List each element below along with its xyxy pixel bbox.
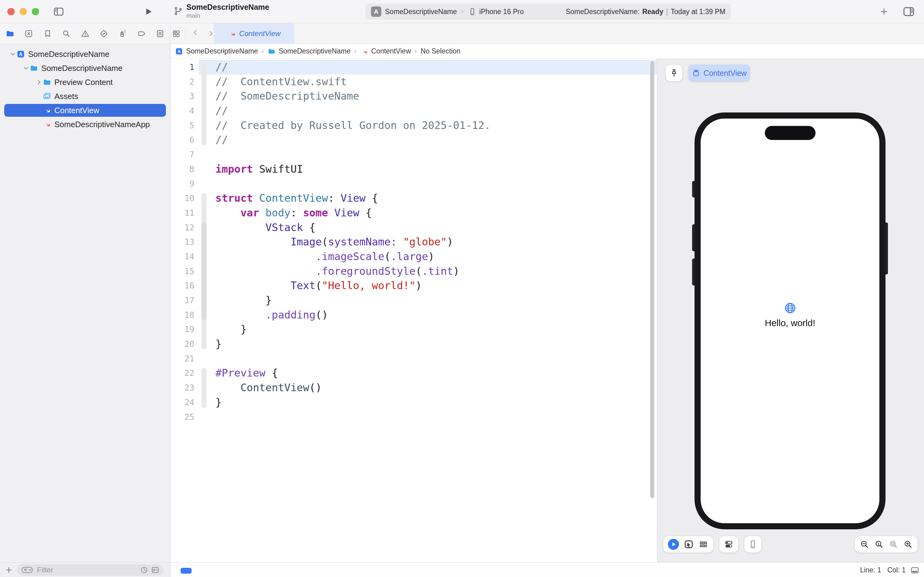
fold-ribbon[interactable] — [199, 89, 216, 103]
fold-ribbon[interactable] — [199, 308, 216, 322]
fold-ribbon[interactable] — [199, 74, 216, 89]
sidebar-item-preview-content[interactable]: Preview Content — [0, 75, 170, 89]
fold-ribbon[interactable] — [199, 235, 216, 249]
navigator-tab-source-control-navigator[interactable] — [24, 28, 34, 39]
debug-area-toggle-icon[interactable] — [910, 566, 920, 575]
fold-ribbon[interactable] — [199, 147, 216, 162]
zoom-in-icon[interactable] — [903, 539, 913, 549]
fold-ribbon[interactable] — [199, 337, 216, 351]
sidebar-item-somedescriptivename[interactable]: SomeDescriptiveName — [0, 47, 170, 61]
editor-options-icon[interactable] — [902, 5, 916, 18]
navigator-tab-report-navigator[interactable] — [155, 28, 165, 39]
line-number: 1 — [171, 60, 199, 74]
run-button[interactable] — [143, 7, 153, 16]
sidebar-item-contentview[interactable]: ContentView — [0, 103, 170, 118]
live-preview-button[interactable] — [668, 539, 679, 550]
project-navigator[interactable]: SomeDescriptiveNameSomeDescriptiveNamePr… — [0, 44, 171, 562]
zoom-window-button[interactable] — [32, 8, 39, 15]
device-icon — [468, 7, 477, 16]
device-settings-button[interactable] — [719, 536, 738, 553]
app-icon — [175, 47, 183, 55]
related-items-icon[interactable] — [171, 28, 182, 39]
fold-ribbon[interactable] — [199, 133, 216, 147]
selectable-mode-button[interactable] — [684, 539, 694, 550]
scheme-target[interactable]: SomeDescriptiveName — [385, 8, 457, 16]
scheme-title-block[interactable]: SomeDescriptiveName main — [173, 2, 269, 19]
navigator-tab-find-navigator[interactable] — [61, 28, 71, 39]
fold-ribbon[interactable] — [199, 366, 216, 380]
library-add-button[interactable] — [879, 7, 889, 16]
go-back-icon[interactable] — [192, 29, 201, 38]
fold-ribbon[interactable] — [199, 322, 216, 337]
fold-ribbon[interactable] — [199, 410, 216, 424]
scm-status-filter-icon[interactable] — [151, 566, 160, 575]
navigator-tab-issue-navigator[interactable] — [80, 28, 90, 39]
close-window-button[interactable] — [7, 8, 14, 15]
tab-contentview[interactable]: ContentView — [214, 23, 294, 44]
chevron-right-icon[interactable] — [35, 79, 43, 86]
fold-ribbon[interactable] — [199, 206, 216, 220]
line-indicator: Line: 1 — [860, 566, 881, 574]
editor-activity-capsule[interactable] — [180, 568, 192, 574]
activity-status-bar[interactable]: A SomeDescriptiveName › iPhone 16 Pro So… — [365, 4, 731, 19]
app-icon — [16, 50, 25, 58]
sidebar-item-somedescriptivenameapp[interactable]: SomeDescriptiveNameApp — [0, 118, 170, 131]
code-line: 5// Created by Russell Gordon on 2025-01… — [171, 118, 657, 133]
fold-ribbon[interactable] — [199, 279, 216, 293]
jumpbar-item-2[interactable]: ContentView — [360, 47, 411, 55]
jumpbar-item-0[interactable]: SomeDescriptiveName — [175, 47, 258, 55]
fold-ribbon[interactable] — [199, 264, 216, 279]
source-editor[interactable]: 1//2// ContentView.swift3// SomeDescript… — [171, 59, 657, 562]
fold-ribbon[interactable] — [199, 380, 216, 395]
preview-device-button[interactable] — [744, 536, 761, 553]
fold-ribbon[interactable] — [199, 351, 216, 366]
variants-mode-button[interactable] — [698, 539, 708, 550]
navigator-tab-breakpoint-navigator[interactable] — [136, 28, 146, 39]
fold-ribbon[interactable] — [199, 118, 216, 133]
code-text: } — [216, 395, 222, 410]
pin-preview-button[interactable] — [666, 65, 682, 81]
navigator-tab-test-navigator[interactable] — [99, 28, 109, 39]
folder-icon — [30, 64, 38, 73]
navigator-tab-bookmark-navigator[interactable] — [42, 28, 53, 39]
preview-tab-contentview[interactable]: ContentView — [689, 65, 750, 81]
zoom-out-icon[interactable] — [860, 539, 869, 549]
chevron-down-icon[interactable] — [9, 50, 16, 58]
minimize-window-button[interactable] — [19, 8, 27, 15]
line-number: 18 — [171, 308, 199, 322]
code-text: } — [216, 322, 246, 337]
jumpbar-item-1[interactable]: SomeDescriptiveName — [268, 47, 351, 55]
zoom-100-icon[interactable] — [874, 539, 884, 549]
jumpbar-item-3[interactable]: No Selection — [420, 47, 460, 55]
jumpbar-label: SomeDescriptiveName — [186, 47, 258, 55]
fold-ribbon[interactable] — [199, 293, 216, 308]
fold-ribbon[interactable] — [199, 60, 216, 74]
recent-files-icon[interactable] — [140, 566, 149, 575]
navigator-tab-project-navigator[interactable] — [5, 28, 15, 39]
iphone-preview-device[interactable]: Hello, world! — [695, 113, 885, 529]
code-line: 24} — [171, 395, 657, 410]
line-number: 24 — [171, 395, 199, 410]
editor-scrollbar[interactable] — [650, 61, 654, 498]
sidebar-item-assets[interactable]: Assets — [0, 89, 170, 103]
fold-ribbon[interactable] — [199, 103, 216, 118]
fold-ribbon[interactable] — [199, 162, 216, 177]
navigator-tab-debug-navigator[interactable] — [118, 28, 128, 39]
sidebar-item-somedescriptivename[interactable]: SomeDescriptiveName — [0, 61, 170, 75]
toggle-navigator-icon[interactable] — [53, 5, 65, 18]
chevron-down-icon[interactable] — [22, 64, 30, 72]
jump-bar[interactable]: SomeDescriptiveName›SomeDescriptiveName›… — [171, 44, 924, 59]
fold-ribbon[interactable] — [199, 177, 216, 191]
add-file-icon[interactable] — [5, 566, 13, 574]
fold-ribbon[interactable] — [199, 220, 216, 235]
filter-field[interactable]: Filter — [17, 564, 163, 575]
filter-options-icon[interactable] — [21, 566, 34, 574]
file-tree: SomeDescriptiveNameSomeDescriptiveNamePr… — [0, 44, 170, 131]
sidebar-item-label: ContentView — [55, 106, 99, 115]
code-line: 7 — [171, 147, 657, 162]
zoom-fit-icon[interactable] — [889, 539, 898, 549]
fold-ribbon[interactable] — [199, 395, 216, 410]
fold-ribbon[interactable] — [199, 191, 216, 206]
fold-ribbon[interactable] — [199, 249, 216, 264]
run-destination[interactable]: iPhone 16 Pro — [480, 8, 524, 16]
